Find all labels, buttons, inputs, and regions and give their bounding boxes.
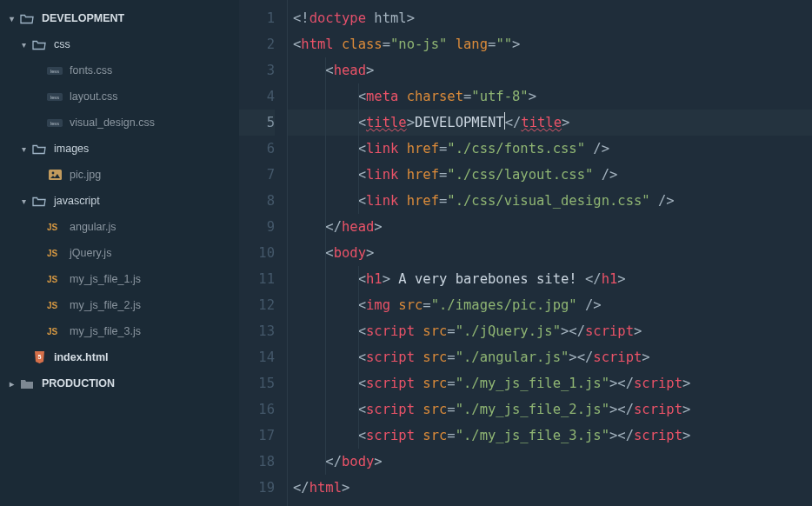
token-tag-err: title	[521, 115, 562, 130]
tree-item-label: images	[54, 143, 89, 155]
token-pun: <	[358, 376, 366, 391]
tree-item-development[interactable]: ▾DEVELOPMENT	[0, 5, 239, 31]
code-line[interactable]: <script src="./jQuery.js"></script>	[288, 318, 812, 344]
tree-item-my-js-file-3-js[interactable]: JSmy_js_file_3.js	[0, 318, 239, 344]
code-line[interactable]: </html>	[288, 475, 812, 501]
token-tag: script	[366, 428, 415, 443]
token-tag: meta	[366, 89, 398, 104]
tree-item-jquery-js[interactable]: JSjQuery.js	[0, 240, 239, 266]
line-number[interactable]: 9	[239, 214, 275, 240]
line-number[interactable]: 3	[239, 57, 275, 83]
token-pun	[366, 10, 374, 26]
svg-text:JS: JS	[47, 275, 58, 284]
token-tag: body	[334, 245, 366, 261]
code-line[interactable]: <script src="./my_js_file_1.js"></script…	[288, 370, 812, 396]
folder-icon	[19, 377, 35, 389]
code-line[interactable]: </head>	[288, 214, 812, 240]
code-line[interactable]: <html class="no-js" lang="">	[288, 31, 812, 57]
token-str: "./my_js_file_3.js"	[456, 428, 609, 443]
token-attr: src	[423, 350, 447, 365]
file-tree-sidebar[interactable]: ▾DEVELOPMENT▾csslessfonts.csslesslayout.…	[0, 0, 239, 506]
line-number[interactable]: 13	[239, 318, 275, 344]
code-line[interactable]: <link href="./css/layout.css" />	[288, 162, 812, 188]
line-number[interactable]: 1	[239, 5, 275, 31]
tree-item-visual-design-css[interactable]: lessvisual_design.css	[0, 110, 239, 136]
chevron-down-icon[interactable]: ▾	[7, 14, 16, 23]
token-pun: </	[585, 271, 602, 287]
chevron-down-icon[interactable]: ▾	[19, 196, 28, 206]
token-str: ""	[496, 37, 512, 52]
token-pun: <	[358, 297, 366, 313]
code-line[interactable]: <title>DEVELOPMENT</title>	[288, 110, 812, 136]
tree-item-angular-js[interactable]: JSangular.js	[0, 214, 239, 240]
line-number[interactable]: 2	[239, 31, 275, 57]
line-number[interactable]: 8	[239, 188, 275, 214]
tree-item-images[interactable]: ▾images	[0, 136, 239, 162]
token-pun: />	[577, 297, 602, 313]
token-pun: >	[682, 376, 690, 391]
code-line[interactable]: <script src="./my_js_file_2.js"></script…	[288, 396, 812, 423]
code-line[interactable]: <meta charset="utf-8">	[288, 83, 812, 110]
token-pun: =	[447, 376, 455, 391]
tree-item-production[interactable]: ▸PRODUCTION	[0, 370, 239, 396]
line-number[interactable]: 17	[239, 423, 275, 449]
token-tag: h1	[602, 271, 618, 287]
token-pun: </	[293, 480, 309, 496]
tree-item-my-js-file-1-js[interactable]: JSmy_js_file_1.js	[0, 266, 239, 292]
token-pun: <	[358, 402, 366, 417]
tree-item-index-html[interactable]: 5index.html	[0, 344, 239, 370]
line-number[interactable]: 5	[239, 110, 275, 136]
token-attr: href	[407, 141, 439, 156]
line-number[interactable]: 6	[239, 136, 275, 162]
line-number[interactable]: 19	[239, 475, 275, 501]
tree-item-label: javascript	[54, 195, 100, 207]
code-line[interactable]: <script src="./my_js_file_3.js"></script…	[288, 423, 812, 449]
code-line[interactable]: <link href="./css/fonts.css" />	[288, 136, 812, 162]
line-number[interactable]: 10	[239, 240, 275, 266]
code-line[interactable]: <img src="./images/pic.jpg" />	[288, 292, 812, 318]
line-number[interactable]: 18	[239, 449, 275, 475]
line-number[interactable]: 4	[239, 83, 275, 110]
token-pun	[398, 167, 406, 183]
line-number[interactable]: 15	[239, 370, 275, 396]
token-tag: script	[634, 402, 682, 417]
token-attr: src	[423, 376, 447, 391]
line-number[interactable]: 14	[239, 344, 275, 370]
token-pun: <	[325, 63, 333, 78]
tree-item-javascript[interactable]: ▾javascript	[0, 188, 239, 214]
token-pun: =	[463, 89, 471, 104]
tree-item-fonts-css[interactable]: lessfonts.css	[0, 57, 239, 83]
code-line[interactable]: <script src="./angular.js"></script>	[288, 344, 812, 370]
tree-item-label: index.html	[54, 351, 109, 363]
line-number[interactable]: 11	[239, 266, 275, 292]
code-line[interactable]: <!doctype html>	[288, 5, 812, 31]
line-number[interactable]: 16	[239, 396, 275, 423]
token-pun: >	[682, 428, 690, 443]
code-line[interactable]: </body>	[288, 449, 812, 475]
chevron-right-icon[interactable]: ▸	[7, 379, 16, 389]
token-str: "./css/visual_design.css"	[447, 193, 649, 209]
code-editor[interactable]: 12345678910111213141516171819 <!doctype …	[239, 0, 812, 506]
token-attr: src	[423, 402, 447, 417]
code-line[interactable]: <h1> A very barebones site! </h1>	[288, 266, 812, 292]
token-pun	[390, 297, 398, 313]
code-line[interactable]: <body>	[288, 240, 812, 266]
line-number[interactable]: 7	[239, 162, 275, 188]
token-str: "./jQuery.js"	[456, 323, 561, 339]
code-area[interactable]: <!doctype html><html class="no-js" lang=…	[287, 0, 812, 506]
token-tag: script	[366, 350, 415, 365]
tree-item-layout-css[interactable]: lesslayout.css	[0, 83, 239, 110]
chevron-down-icon[interactable]: ▾	[19, 144, 28, 154]
token-pun: <	[358, 89, 366, 104]
code-line[interactable]: <link href="./css/visual_design.css" />	[288, 188, 812, 214]
tree-item-my-js-file-2-js[interactable]: JSmy_js_file_2.js	[0, 292, 239, 318]
token-pun: >	[407, 10, 415, 26]
tree-item-pic-jpg[interactable]: pic.jpg	[0, 162, 239, 188]
chevron-down-icon[interactable]: ▾	[19, 40, 28, 50]
token-txt: DEVELOPMENT	[415, 115, 504, 130]
svg-text:less: less	[50, 68, 59, 73]
token-pun: =	[439, 141, 447, 156]
line-number[interactable]: 12	[239, 292, 275, 318]
tree-item-css[interactable]: ▾css	[0, 31, 239, 57]
code-line[interactable]: <head>	[288, 57, 812, 83]
